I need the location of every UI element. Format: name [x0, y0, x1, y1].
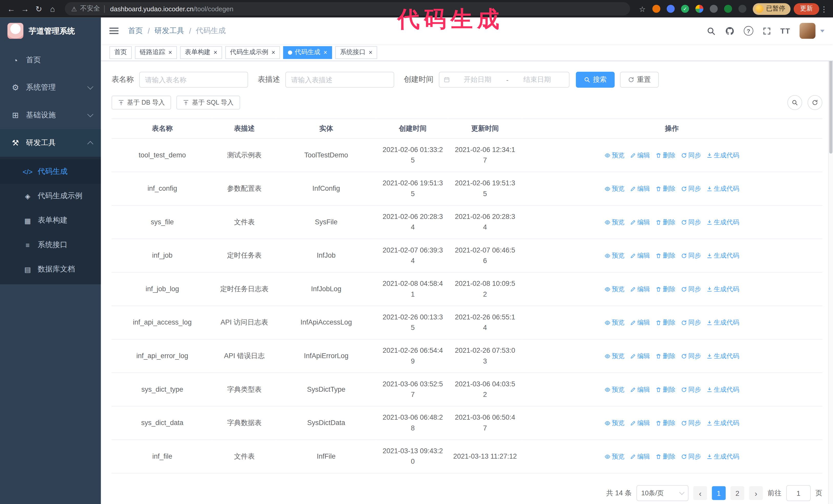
table-desc-input[interactable]	[285, 72, 394, 88]
page-button-2[interactable]: 2	[731, 486, 744, 500]
reset-button[interactable]: 重置	[620, 72, 659, 88]
search-icon[interactable]	[706, 26, 715, 35]
close-icon[interactable]: ×	[271, 49, 275, 56]
delete-link[interactable]: 删除	[656, 183, 675, 194]
sidebar-subitem-form-builder[interactable]: ▦表单构建	[0, 208, 101, 233]
edit-link[interactable]: 编辑	[630, 217, 650, 227]
fullscreen-icon[interactable]	[762, 26, 771, 35]
font-size-icon[interactable]: TT	[781, 27, 791, 35]
delete-link[interactable]: 删除	[656, 217, 675, 227]
edit-link[interactable]: 编辑	[630, 250, 650, 261]
preview-link[interactable]: 预览	[604, 284, 625, 294]
refresh-table-button[interactable]	[808, 95, 823, 110]
reload-icon[interactable]: ↻	[32, 4, 46, 14]
delete-link[interactable]: 删除	[656, 451, 675, 462]
sidebar-item-system[interactable]: ⚙系统管理	[0, 74, 101, 101]
chevron-down-icon[interactable]	[820, 29, 825, 32]
close-icon[interactable]: ×	[214, 49, 217, 56]
generate-code-link[interactable]: 生成代码	[706, 317, 739, 328]
edit-link[interactable]: 编辑	[630, 351, 650, 361]
user-avatar[interactable]	[800, 23, 815, 39]
search-button[interactable]: 搜索	[576, 72, 615, 88]
preview-link[interactable]: 预览	[604, 417, 625, 428]
edit-link[interactable]: 编辑	[630, 317, 650, 328]
sync-link[interactable]: 同步	[681, 451, 701, 462]
extensions-puzzle-icon[interactable]	[738, 5, 746, 13]
edit-link[interactable]: 编辑	[630, 150, 650, 161]
sync-link[interactable]: 同步	[681, 384, 701, 395]
generate-code-link[interactable]: 生成代码	[706, 351, 739, 361]
back-icon[interactable]: ←	[4, 4, 18, 13]
next-page-button[interactable]: ›	[749, 486, 763, 500]
scrollbar[interactable]	[828, 18, 833, 504]
breadcrumb-item[interactable]: 首页	[128, 26, 143, 35]
breadcrumb-item[interactable]: 研发工具	[154, 26, 184, 35]
sync-link[interactable]: 同步	[681, 351, 701, 361]
generate-code-link[interactable]: 生成代码	[706, 451, 739, 462]
prev-page-button[interactable]: ‹	[693, 486, 707, 500]
generate-code-link[interactable]: 生成代码	[706, 183, 739, 194]
table-name-input[interactable]	[139, 72, 248, 88]
paused-badge[interactable]: 已暂停	[753, 3, 790, 15]
close-icon[interactable]: ×	[324, 49, 327, 56]
tag-1[interactable]: 链路追踪×	[135, 46, 177, 59]
sync-link[interactable]: 同步	[681, 150, 701, 161]
preview-link[interactable]: 预览	[604, 384, 625, 395]
edit-link[interactable]: 编辑	[630, 384, 650, 395]
tag-5[interactable]: 系统接口×	[335, 46, 377, 59]
hamburger-icon[interactable]	[109, 24, 120, 38]
extension-icon[interactable]	[695, 5, 703, 13]
sidebar-item-home[interactable]: ◔首页	[0, 46, 101, 74]
delete-link[interactable]: 删除	[656, 351, 675, 361]
generate-code-link[interactable]: 生成代码	[706, 384, 739, 395]
edit-link[interactable]: 编辑	[630, 451, 650, 462]
extension-icon[interactable]	[667, 5, 674, 13]
close-icon[interactable]: ×	[369, 49, 373, 56]
generate-code-link[interactable]: 生成代码	[706, 217, 739, 227]
delete-link[interactable]: 删除	[656, 417, 675, 428]
preview-link[interactable]: 预览	[604, 451, 625, 462]
import-db-button[interactable]: 基于 DB 导入	[112, 96, 171, 110]
address-bar[interactable]: ⚠ 不安全 dashboard.yudao.iocoder.cn/tool/co…	[65, 2, 630, 16]
extension-icon[interactable]	[710, 5, 718, 13]
sidebar-subitem-system-api[interactable]: ≡系统接口	[0, 233, 101, 257]
sync-link[interactable]: 同步	[681, 250, 701, 261]
tag-0[interactable]: 首页	[110, 46, 132, 59]
github-icon[interactable]	[724, 26, 735, 36]
close-icon[interactable]: ×	[168, 49, 172, 56]
generate-code-link[interactable]: 生成代码	[706, 284, 739, 294]
preview-link[interactable]: 预览	[604, 317, 625, 328]
sync-link[interactable]: 同步	[681, 417, 701, 428]
sidebar-item-infra[interactable]: ⊞基础设施	[0, 101, 101, 129]
tag-3[interactable]: 代码生成示例×	[225, 46, 280, 59]
bookmark-star-icon[interactable]: ☆	[635, 5, 649, 13]
edit-link[interactable]: 编辑	[630, 284, 650, 294]
home-icon[interactable]: ⌂	[46, 4, 60, 13]
toggle-search-button[interactable]	[787, 95, 802, 110]
preview-link[interactable]: 预览	[604, 250, 625, 261]
sync-link[interactable]: 同步	[681, 317, 701, 328]
delete-link[interactable]: 删除	[656, 317, 675, 328]
sidebar-item-devtools[interactable]: ⚒研发工具	[0, 129, 101, 157]
preview-link[interactable]: 预览	[604, 150, 625, 161]
tag-2[interactable]: 表单构建×	[180, 46, 222, 59]
page-size-select[interactable]: 10条/页	[636, 485, 688, 501]
extension-icon[interactable]	[652, 5, 660, 13]
generate-code-link[interactable]: 生成代码	[706, 150, 739, 161]
sync-link[interactable]: 同步	[681, 183, 701, 194]
forward-icon[interactable]: →	[18, 4, 32, 13]
help-icon[interactable]: ?	[744, 26, 753, 35]
preview-link[interactable]: 预览	[604, 217, 625, 227]
update-button[interactable]: 更新	[794, 3, 819, 15]
delete-link[interactable]: 删除	[656, 284, 675, 294]
app-logo[interactable]: 芋道管理系统	[0, 18, 101, 44]
delete-link[interactable]: 删除	[656, 150, 675, 161]
sidebar-subitem-codegen-example[interactable]: ◈代码生成示例	[0, 184, 101, 208]
sidebar-subitem-db-doc[interactable]: ▤数据库文档	[0, 257, 101, 282]
sync-link[interactable]: 同步	[681, 217, 701, 227]
generate-code-link[interactable]: 生成代码	[706, 250, 739, 261]
goto-page-input[interactable]	[786, 485, 811, 501]
page-button-1[interactable]: 1	[712, 486, 725, 500]
extension-icon[interactable]	[724, 5, 732, 13]
delete-link[interactable]: 删除	[656, 384, 675, 395]
